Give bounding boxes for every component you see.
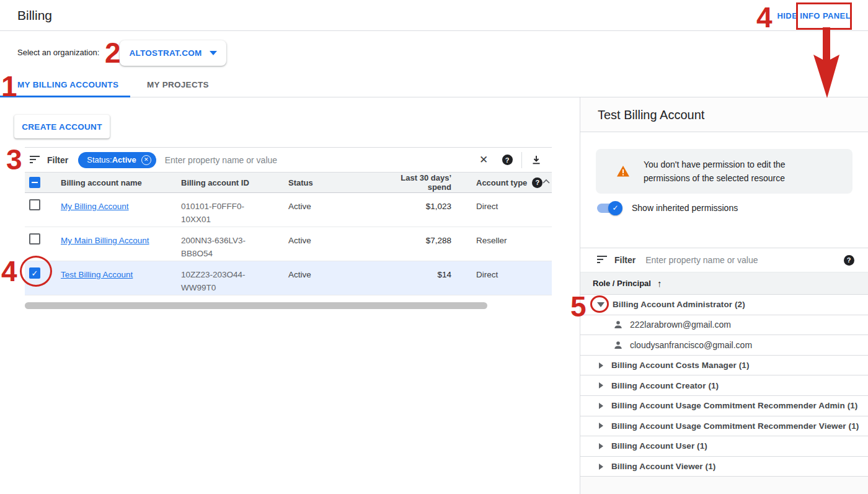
- org-selector-label: Select an organization:: [17, 48, 99, 57]
- panel-footer-strip: [580, 477, 868, 494]
- expander-icon[interactable]: [597, 302, 604, 307]
- filter-bar: Filter Status : Active ✕ ✕ ?: [25, 147, 552, 173]
- help-icon: ?: [502, 155, 513, 165]
- role-principal-label: Role / Principal: [593, 279, 651, 288]
- person-icon: [613, 320, 623, 330]
- panel-filter-label: Filter: [614, 255, 636, 265]
- download-icon: [531, 155, 542, 166]
- close-icon: ✕: [479, 153, 488, 166]
- status-value: Active: [288, 261, 378, 295]
- tab-bar: MY BILLING ACCOUNTS MY PROJECTS: [0, 72, 868, 97]
- principal-row[interactable]: 222larabrown@gmail.com: [580, 315, 868, 336]
- table-row[interactable]: My Main Billing Account 200NN3-636LV3-BB…: [25, 227, 552, 261]
- download-button[interactable]: [528, 152, 544, 168]
- column-billing-account-name[interactable]: Billing account name: [61, 178, 181, 187]
- role-group-row[interactable]: Billing Account Administrator (2): [580, 295, 868, 315]
- column-account-type-label: Account type: [476, 178, 527, 187]
- expander-icon[interactable]: [599, 362, 603, 369]
- chevron-down-icon: [210, 51, 217, 55]
- active-tab-indicator: [0, 96, 130, 97]
- permission-warning: You don't have permission to edit the pe…: [596, 149, 852, 194]
- annotation-number-4-row: 4: [1, 257, 17, 285]
- filter-chip-status-active[interactable]: Status : Active ✕: [78, 152, 156, 168]
- spend-value: $1,023: [378, 193, 459, 227]
- panel-filter-help-button[interactable]: ?: [841, 252, 857, 268]
- account-type-value: Direct: [459, 261, 552, 295]
- info-panel-header: Test Billing Account: [580, 97, 868, 132]
- status-value: Active: [288, 193, 378, 227]
- billing-account-id: 200NN3-636LV3-BB8O54: [181, 227, 288, 261]
- table-row[interactable]: ✓ Test Billing Account 10ZZ23-203O44-WW9…: [25, 261, 552, 295]
- filter-help-button[interactable]: ?: [499, 152, 515, 168]
- chip-field: Status: [87, 155, 110, 164]
- tab-my-billing-accounts[interactable]: MY BILLING ACCOUNTS: [17, 72, 118, 97]
- clear-filter-button[interactable]: ✕: [476, 152, 492, 168]
- expander-icon[interactable]: [599, 464, 603, 470]
- column-status[interactable]: Status: [288, 178, 378, 187]
- account-type-help-icon[interactable]: ?: [532, 177, 542, 188]
- role-group-row[interactable]: Billing Account Viewer (1): [580, 457, 868, 477]
- role-group-row[interactable]: Billing Account Usage Commitment Recomme…: [580, 416, 868, 437]
- billing-account-link[interactable]: My Billing Account: [61, 202, 129, 211]
- role-group-row[interactable]: Billing Account Usage Commitment Recomme…: [580, 396, 868, 416]
- row-checkbox[interactable]: ✓: [29, 267, 40, 279]
- billing-account-link[interactable]: My Main Billing Account: [61, 236, 149, 245]
- app-header: Billing HIDE INFO PANEL: [0, 0, 868, 31]
- row-checkbox[interactable]: [29, 233, 40, 245]
- expander-icon[interactable]: [599, 403, 603, 409]
- row-checkbox[interactable]: [29, 199, 40, 210]
- create-account-button[interactable]: CREATE ACCOUNT: [14, 115, 110, 138]
- column-last-30-days-spend[interactable]: Last 30 days’ spend: [378, 173, 459, 192]
- column-billing-account-id[interactable]: Billing account ID: [181, 178, 288, 187]
- chip-remove-icon[interactable]: ✕: [141, 155, 151, 165]
- filter-label: Filter: [47, 155, 68, 165]
- toggle-check-icon: ✓: [608, 201, 622, 215]
- person-icon: [613, 340, 623, 350]
- panel-filter-bar: Filter ?: [580, 248, 868, 272]
- role-group-row[interactable]: Billing Account Costs Manager (1): [580, 356, 868, 376]
- account-type-value: Reseller: [459, 227, 552, 261]
- annotation-number-2: 2: [105, 38, 121, 67]
- annotation-number-3: 3: [6, 145, 22, 174]
- expander-icon[interactable]: [599, 443, 603, 449]
- sort-ascending-icon: ↑: [657, 278, 662, 289]
- org-selector-dropdown[interactable]: ALTOSTRAT.COM: [120, 40, 226, 66]
- billing-account-id: 010101-F0FFF0-10XX01: [181, 193, 288, 227]
- billing-account-id: 10ZZ23-203O44-WW99T0: [181, 261, 288, 295]
- filter-icon: [30, 156, 41, 164]
- show-inherited-permissions-toggle[interactable]: ✓ Show inherited permissions: [597, 203, 738, 213]
- status-value: Active: [288, 227, 378, 261]
- filter-input[interactable]: [165, 155, 476, 165]
- billing-account-link[interactable]: Test Billing Account: [61, 270, 133, 279]
- hide-info-panel-button[interactable]: HIDE INFO PANEL: [777, 0, 851, 31]
- toolbar-divider: [521, 152, 522, 168]
- spend-value: $14: [378, 261, 459, 295]
- help-icon: ?: [844, 255, 854, 266]
- role-principal-header[interactable]: Role / Principal ↑: [580, 272, 868, 295]
- table-row[interactable]: My Billing Account 010101-F0FFF0-10XX01 …: [25, 193, 552, 227]
- spend-value: $7,288: [378, 227, 459, 261]
- expander-icon[interactable]: [599, 382, 603, 388]
- select-all-checkbox[interactable]: [29, 177, 40, 188]
- sort-caret-icon: [542, 178, 551, 184]
- tab-my-projects[interactable]: MY PROJECTS: [147, 72, 209, 97]
- role-group-row[interactable]: Billing Account Creator (1): [580, 375, 868, 396]
- org-selector-value: ALTOSTRAT.COM: [129, 48, 202, 58]
- info-panel-title: Test Billing Account: [598, 97, 868, 132]
- warning-icon: [616, 165, 630, 177]
- horizontal-scrollbar[interactable]: [25, 302, 487, 309]
- column-account-type[interactable]: Account type ?: [459, 177, 552, 188]
- panel-filter-input[interactable]: [645, 255, 841, 265]
- account-type-value: Direct: [459, 193, 552, 227]
- filter-icon: [597, 256, 608, 264]
- expander-icon[interactable]: [599, 423, 603, 429]
- role-list: Billing Account Administrator (2) 222lar…: [580, 295, 868, 477]
- page-title: Billing: [17, 0, 52, 31]
- billing-accounts-table: My Billing Account 010101-F0FFF0-10XX01 …: [25, 193, 552, 295]
- info-panel: Test Billing Account You don't have perm…: [580, 97, 868, 494]
- role-group-row[interactable]: Billing Account User (1): [580, 436, 868, 457]
- toggle-track: ✓: [597, 204, 621, 213]
- principal-row[interactable]: cloudysanfrancisco@gmail.com: [580, 335, 868, 356]
- warning-text: You don't have permission to edit the pe…: [644, 158, 786, 185]
- billing-console-page: Billing HIDE INFO PANEL Select an organi…: [0, 0, 868, 494]
